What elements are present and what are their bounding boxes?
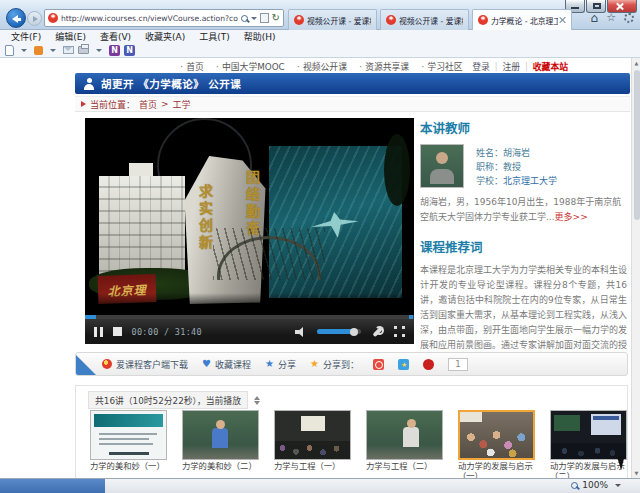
bullet-icon: · xyxy=(359,61,362,72)
back-button[interactable] xyxy=(6,8,26,28)
bullet-icon: · xyxy=(297,61,300,72)
breadcrumb-label: 当前位置： xyxy=(90,98,135,111)
lecture-thumb-2[interactable] xyxy=(182,410,259,460)
tab-video-open-course-2[interactable]: * 视频公开课 - 爱课程 xyxy=(380,9,469,30)
favorites-star-icon[interactable]: ☆ xyxy=(606,12,616,24)
share-count: 1 xyxy=(448,358,468,371)
print-icon[interactable] xyxy=(78,46,89,54)
nav-home[interactable]: ·首页 xyxy=(180,60,204,73)
lecture-title-5[interactable]: 动力学的发展与启示（一） xyxy=(458,461,548,478)
bullet-icon: · xyxy=(180,61,183,72)
pause-button[interactable] xyxy=(94,327,103,337)
status-bar: 100% xyxy=(0,478,640,493)
settings-gear-icon[interactable] xyxy=(624,13,634,23)
menu-view[interactable]: 查看(V) xyxy=(93,30,138,43)
video-screen: 北京理 团结勤奋 求实创新 xyxy=(85,118,414,315)
mail-icon[interactable] xyxy=(63,46,74,54)
zoom-dropdown-icon[interactable] xyxy=(615,484,621,487)
school-link[interactable]: 北京理工大学 xyxy=(503,176,557,186)
stop-button[interactable] xyxy=(113,327,122,336)
scrollbar-thumb[interactable] xyxy=(634,70,640,220)
feeds-dropdown-icon[interactable] xyxy=(50,49,56,52)
breadcrumb: 当前位置： 首页 > 工学 xyxy=(75,96,630,112)
menu-help[interactable]: 帮助(H) xyxy=(237,30,283,43)
login-link[interactable]: 登录 xyxy=(472,60,490,73)
fullscreen-icon[interactable] xyxy=(394,326,405,337)
address-bar[interactable]: * http://www.icourses.cn/viewVCourse.act… xyxy=(44,9,284,27)
lecture-thumb-1[interactable] xyxy=(90,410,167,460)
refresh-icon[interactable]: ↻ xyxy=(272,13,280,23)
sort-down-icon xyxy=(254,401,260,405)
breadcrumb-category-link[interactable]: 工学 xyxy=(173,98,191,111)
monument-text-left: 求实创新 xyxy=(195,184,215,252)
teacher-photo xyxy=(420,144,464,188)
sort-toggle[interactable] xyxy=(254,396,260,405)
home-icon[interactable]: ⌂ xyxy=(591,12,599,24)
compatibility-view-icon[interactable] xyxy=(260,13,269,23)
lecture-title-1[interactable]: 力学的美和妙（一） xyxy=(90,461,180,471)
video-player: 北京理 团结勤奋 求实创新 00:00 / 31:40 xyxy=(85,118,414,344)
onenote-icon[interactable]: N xyxy=(109,45,120,56)
nav-video-courses[interactable]: ·视频公开课 xyxy=(297,60,347,73)
more-link[interactable]: 更多>> xyxy=(555,212,588,222)
bullet-icon: · xyxy=(421,61,424,72)
lecture-thumb-4[interactable] xyxy=(366,410,443,460)
volume-icon[interactable] xyxy=(295,327,307,337)
share-to-label: ★ 分享到： xyxy=(310,358,359,371)
nav-community[interactable]: ·学习社区 xyxy=(421,60,462,73)
breadcrumb-arrow-icon xyxy=(81,101,86,107)
icourses-app-icon xyxy=(102,359,112,369)
url-text[interactable]: http://www.icourses.cn/viewVCourse.actio… xyxy=(61,14,238,23)
course-sidebar: 本讲教师 姓名：胡海岩 职称：教授 学校：北京理工大学 胡海岩，男，1956年1… xyxy=(420,118,630,348)
volume-slider[interactable] xyxy=(317,329,361,334)
sina-weibo-icon[interactable] xyxy=(373,359,384,370)
lecture-title-4[interactable]: 力学与工程（二） xyxy=(366,461,456,471)
share-bar: 爱课程客户端下载 ♥ 收藏课程 ★ 分享 ★ 分享到： 1 xyxy=(75,352,628,376)
address-dropdown-icon[interactable] xyxy=(251,17,257,20)
menu-file[interactable]: 文件(F) xyxy=(4,30,48,43)
settings-wrench-icon[interactable] xyxy=(371,326,384,338)
zoom-level: 100% xyxy=(582,480,608,490)
page-dropdown-icon[interactable] xyxy=(21,49,27,52)
teacher-bio: 胡海岩，男，1956年10月出生，1988年于南京航空航天大学固体力学专业获工学… xyxy=(420,195,625,224)
scroll-down-icon[interactable]: ▼ xyxy=(633,470,640,476)
volume-knob[interactable] xyxy=(350,328,358,336)
zoom-magnifier-icon xyxy=(571,482,578,489)
menu-edit[interactable]: 编辑(E) xyxy=(48,30,93,43)
lecture-thumb-3[interactable] xyxy=(274,410,351,460)
tab-video-open-course-1[interactable]: * 视频公开课 - 爱课程 xyxy=(288,9,377,30)
onenote-linked-icon[interactable]: N xyxy=(124,45,135,56)
share-to-star-icon: ★ xyxy=(310,359,319,369)
search-icon[interactable] xyxy=(241,15,248,22)
forward-button[interactable] xyxy=(27,11,42,26)
zoom-control[interactable]: 100% xyxy=(571,480,624,490)
nav-shared-resources[interactable]: ·资源共享课 xyxy=(359,60,409,73)
scroll-up-icon[interactable]: ▲ xyxy=(633,60,640,66)
nav-mooc[interactable]: ·中国大学MOOC xyxy=(216,60,285,73)
share-button[interactable]: ★ 分享 xyxy=(265,358,296,371)
menu-tools[interactable]: 工具(T) xyxy=(192,30,237,43)
print-dropdown-icon[interactable] xyxy=(96,49,102,52)
lecture-thumb-5-selected[interactable] xyxy=(458,410,535,460)
qzone-icon[interactable] xyxy=(398,359,409,370)
tab-mechanics-course-active[interactable]: * 力学概论 - 北京理工大... xyxy=(472,9,572,30)
time-display: 00:00 / 31:40 xyxy=(132,327,202,337)
bookmark-site-link[interactable]: 收藏本站 xyxy=(533,60,568,73)
renren-icon[interactable] xyxy=(423,359,434,370)
recommendation-heading: 课程推荐词 xyxy=(420,237,630,256)
breadcrumb-home-link[interactable]: 首页 xyxy=(139,98,157,111)
lecture-title-3[interactable]: 力学与工程（一） xyxy=(274,461,364,471)
register-link[interactable]: 注册 xyxy=(502,60,520,73)
feeds-icon[interactable] xyxy=(34,46,43,55)
page-icon[interactable] xyxy=(5,45,14,56)
client-download-button[interactable]: 爱课程客户端下载 xyxy=(102,358,188,371)
lecture-title-2[interactable]: 力学的美和妙（二） xyxy=(182,461,272,471)
separator: | xyxy=(495,62,498,71)
teacher-heading: 本讲教师 xyxy=(420,118,630,137)
lecture-thumb-6[interactable] xyxy=(550,410,627,460)
tab-close-icon[interactable] xyxy=(558,16,566,24)
favorite-course-button[interactable]: ♥ 收藏课程 xyxy=(202,358,251,371)
page-scrollbar[interactable]: ▲ ▼ xyxy=(631,58,640,478)
forward-arrow-icon xyxy=(33,16,38,22)
menu-favorites[interactable]: 收藏夹(A) xyxy=(138,30,192,43)
